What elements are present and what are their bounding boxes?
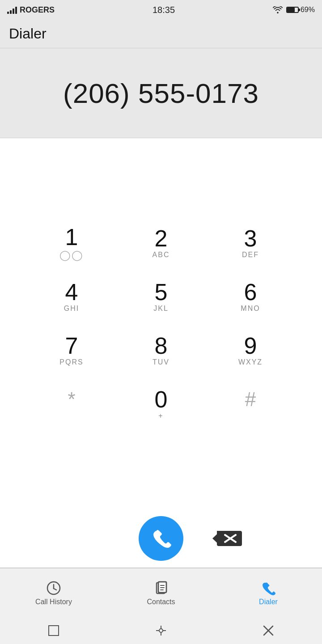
battery-percentage: 69% [301, 6, 315, 14]
dial-key-5[interactable]: 5 JKL [116, 270, 206, 324]
dial-key-1[interactable]: 1 ◯◯ [27, 216, 116, 270]
dial-key-hash[interactable]: # [206, 377, 295, 431]
dial-key-star[interactable]: * [27, 377, 116, 431]
carrier-label: ROGERS [20, 5, 55, 15]
signal-icon [7, 6, 17, 14]
title-bar: Dialer [0, 20, 322, 48]
svg-point-15 [159, 629, 163, 632]
svg-rect-14 [49, 626, 59, 636]
number-display: (206) 555-0173 [0, 48, 322, 138]
phone-call-icon [150, 527, 172, 550]
page-title: Dialer [9, 25, 47, 42]
nav-label-dialer: Dialer [259, 598, 278, 606]
svg-marker-2 [212, 531, 220, 546]
clock-icon [46, 580, 62, 596]
dial-key-0[interactable]: 0 + [116, 377, 206, 431]
nav-item-contacts[interactable]: Contacts [107, 580, 215, 606]
bottom-nav: Call History Contacts Dialer [0, 568, 322, 617]
dialpad: 1 ◯◯ 2 ABC 3 DEF 4 GHI 5 JKL 6 MNO 7 PQR… [0, 138, 322, 509]
system-nav-bar [0, 617, 322, 644]
nav-label-contacts: Contacts [147, 598, 175, 606]
sys-home-button[interactable] [154, 624, 168, 637]
nav-item-call-history[interactable]: Call History [0, 580, 107, 606]
call-button[interactable] [139, 516, 183, 561]
dial-key-9[interactable]: 9 WXYZ [206, 324, 295, 377]
nav-item-dialer[interactable]: Dialer [215, 580, 322, 606]
dial-key-2[interactable]: 2 ABC [116, 216, 206, 270]
dialpad-grid: 1 ◯◯ 2 ABC 3 DEF 4 GHI 5 JKL 6 MNO 7 PQR… [27, 216, 295, 431]
close-icon [262, 624, 275, 637]
phone-number-display: (206) 555-0173 [63, 77, 259, 109]
dial-key-3[interactable]: 3 DEF [206, 216, 295, 270]
status-time: 18:35 [153, 5, 175, 15]
dial-key-4[interactable]: 4 GHI [27, 270, 116, 324]
status-bar: ROGERS 18:35 69% [0, 0, 322, 20]
battery-indicator: 69% [286, 6, 315, 14]
dialer-phone-icon [260, 580, 276, 596]
svg-line-7 [54, 589, 56, 590]
dial-key-7[interactable]: 7 PQRS [27, 324, 116, 377]
dial-key-6[interactable]: 6 MNO [206, 270, 295, 324]
backspace-button[interactable] [183, 516, 273, 561]
back-icon [47, 624, 60, 637]
sys-back-button[interactable] [47, 624, 60, 637]
backspace-icon [212, 527, 244, 550]
sys-close-button[interactable] [262, 624, 275, 637]
dial-key-8[interactable]: 8 TUV [116, 324, 206, 377]
contacts-icon [153, 580, 169, 596]
wifi-icon [273, 6, 283, 13]
action-row [0, 509, 322, 568]
nav-label-call-history: Call History [35, 598, 72, 606]
home-icon [154, 624, 168, 637]
